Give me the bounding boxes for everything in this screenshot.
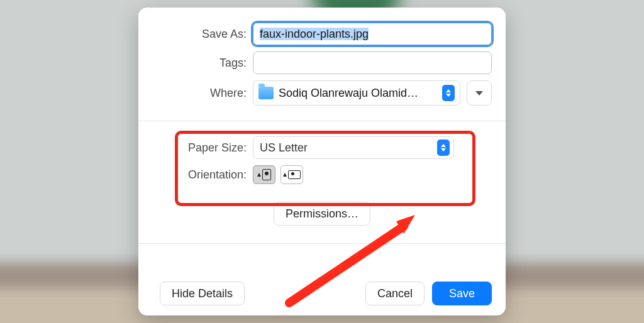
expand-browser-button[interactable]: [467, 80, 492, 106]
paper-size-label: Paper Size:: [152, 141, 253, 155]
orientation-portrait-button[interactable]: [253, 165, 275, 184]
where-label: Where:: [152, 87, 253, 100]
where-row: Where: Sodiq Olanrewaju Olamid…: [152, 80, 492, 106]
up-arrow-icon: [257, 173, 261, 177]
up-arrow-icon: [283, 173, 287, 177]
tags-label: Tags:: [152, 57, 253, 70]
divider: [138, 243, 506, 244]
permissions-row: Permissions…: [138, 202, 506, 226]
chevron-down-icon: [475, 91, 483, 96]
updown-arrows-icon: [437, 140, 450, 156]
paper-size-row: Paper Size: US Letter: [152, 136, 492, 159]
hide-details-button[interactable]: Hide Details: [160, 282, 245, 305]
orientation-landscape-button[interactable]: [280, 165, 303, 184]
filename-text: faux-indoor-plants.jpg: [260, 28, 369, 40]
filename-input[interactable]: faux-indoor-plants.jpg: [253, 23, 492, 45]
save-button[interactable]: Save: [432, 282, 492, 305]
tags-input[interactable]: [253, 52, 492, 74]
paper-size-dropdown[interactable]: US Letter: [253, 136, 454, 159]
portrait-page-icon: [262, 169, 271, 180]
orientation-row: Orientation:: [152, 165, 492, 184]
folder-icon: [258, 87, 274, 99]
save-as-label: Save As:: [152, 28, 253, 41]
save-dialog: Save As: faux-indoor-plants.jpg Tags: Wh…: [138, 8, 506, 315]
where-folder-text: Sodiq Olanrewaju Olamid…: [279, 87, 437, 100]
updown-arrows-icon: [442, 85, 455, 101]
orientation-label: Orientation:: [152, 168, 253, 182]
file-info-section: Save As: faux-indoor-plants.jpg Tags: Wh…: [138, 8, 506, 121]
tags-row: Tags:: [152, 52, 492, 74]
cancel-button[interactable]: Cancel: [365, 282, 425, 305]
permissions-button[interactable]: Permissions…: [274, 202, 370, 226]
paper-size-value: US Letter: [260, 141, 437, 155]
save-as-row: Save As: faux-indoor-plants.jpg: [152, 23, 492, 45]
landscape-page-icon: [288, 170, 301, 179]
page-setup-section: Paper Size: US Letter Orientation:: [138, 121, 506, 198]
dialog-footer: Hide Details Cancel Save: [138, 271, 506, 315]
where-dropdown[interactable]: Sodiq Olanrewaju Olamid…: [253, 80, 460, 106]
